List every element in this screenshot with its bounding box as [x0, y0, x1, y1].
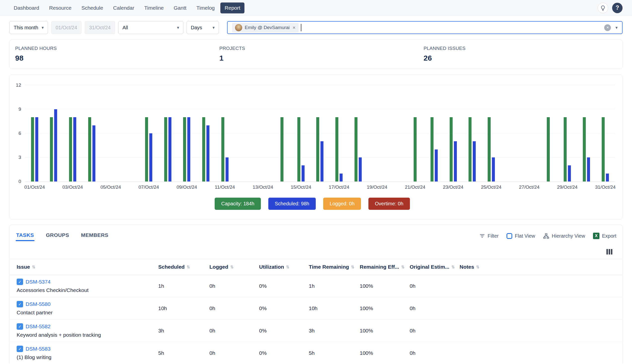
bar-capacity [547, 117, 550, 182]
cell-logged: 0h [209, 350, 259, 356]
bar-group [297, 85, 305, 182]
sort-icon[interactable]: ⇅ [401, 265, 404, 270]
task-type-icon: ✓ [17, 278, 23, 285]
chart-day-slot [577, 85, 596, 182]
flat-view-icon [506, 233, 512, 239]
tab-groups[interactable]: GROUPS [46, 231, 70, 240]
hierarchy-view-label: Hierarchy View [552, 233, 585, 239]
cell-time_remaining: 3h [309, 328, 360, 334]
sort-icon[interactable]: ⇅ [351, 265, 354, 270]
nav-tab-schedule[interactable]: Schedule [77, 2, 108, 14]
nav-tab-gantt[interactable]: Gantt [169, 2, 191, 14]
export-button[interactable]: X Export [593, 233, 616, 239]
project-filter-select[interactable]: All ▾ [118, 21, 183, 34]
sort-icon[interactable]: ⇅ [476, 265, 479, 270]
granularity-select[interactable]: Days ▾ [187, 21, 219, 34]
issue-key: ✓DSM-5580 [17, 301, 158, 308]
column-header-original-estim-[interactable]: Original Estim...⇅ [410, 264, 460, 270]
column-header-issue[interactable]: Issue⇅ [17, 264, 158, 270]
legend-scheduled[interactable]: Scheduled: 98h [268, 198, 316, 210]
help-button[interactable]: ? [612, 3, 622, 13]
column-settings-icon[interactable] [606, 249, 612, 254]
legend-overtime[interactable]: Overtime: 0h [368, 198, 410, 210]
bar-scheduled [149, 133, 152, 182]
bar-capacity [488, 117, 491, 182]
chart-day-slot: 09/Oct/24 [177, 85, 197, 182]
issue-key-link[interactable]: DSM-5583 [26, 346, 51, 352]
bar-group [450, 85, 457, 182]
chart-day-slot [82, 85, 101, 182]
column-header-time-remaining[interactable]: Time Remaining⇅ [309, 264, 360, 270]
filter-button[interactable]: Filter [479, 233, 499, 239]
nav-tab-timelog[interactable]: Timelog [192, 2, 219, 14]
bar-group [583, 85, 590, 182]
chart-day-slot [463, 85, 482, 182]
bar-capacity [31, 117, 34, 182]
text-cursor [301, 24, 301, 31]
chart-day-slot: 19/Oct/24 [367, 85, 387, 182]
legend-capacity[interactable]: Capacity: 184h [215, 198, 261, 210]
nav-tab-timeline[interactable]: Timeline [140, 2, 168, 14]
cell-scheduled: 1h [158, 283, 209, 289]
bar-capacity [202, 117, 205, 182]
cell-remaining_effort: 100% [360, 306, 410, 311]
issue-key: ✓DSM-5583 [17, 346, 158, 352]
sort-icon[interactable]: ⇅ [451, 265, 455, 270]
period-select[interactable]: This month ▾ [10, 21, 48, 34]
issue-summary: (1) Blog writing [17, 354, 158, 360]
task-type-icon: ✓ [17, 323, 23, 330]
member-filter-input[interactable]: Emily @ DevSamurai × × ▾ [227, 21, 622, 34]
flat-view-button[interactable]: Flat View [506, 233, 535, 239]
chart-day-slot [387, 85, 406, 182]
column-label: Issue [17, 264, 30, 270]
issue-key-link[interactable]: DSM-5580 [26, 301, 51, 307]
top-navigation: DashboardResourceScheduleCalendarTimelin… [0, 0, 632, 16]
issue-key-link[interactable]: DSM-5582 [26, 324, 51, 330]
nav-tab-calendar[interactable]: Calendar [109, 2, 138, 14]
sort-icon[interactable]: ⇅ [286, 265, 289, 270]
tab-members[interactable]: MEMBERS [81, 231, 109, 240]
nav-tab-resource[interactable]: Resource [45, 2, 76, 14]
chart-day-slot [120, 85, 139, 182]
chart-day-slot: 05/Oct/24 [101, 85, 120, 182]
column-header-logged[interactable]: Logged⇅ [209, 264, 259, 270]
table-row: ✓DSM-5580Contact partner10h0h0%10h100%0h [10, 297, 622, 320]
y-tick-label: 9 [19, 106, 21, 112]
columns-row [10, 240, 622, 259]
chevron-down-icon[interactable]: ▾ [615, 25, 617, 30]
member-chip[interactable]: Emily @ DevSamurai × [232, 23, 299, 32]
hint-button[interactable] [598, 3, 608, 13]
chart-day-slot: 27/Oct/24 [520, 85, 539, 182]
table-row: ✓DSM-5374Accessories Checkin/Checkout1h0… [10, 275, 622, 297]
stat-planned-issues: PLANNED ISSUES26 [418, 46, 622, 62]
sort-icon[interactable]: ⇅ [187, 265, 190, 270]
issue-key: ✓DSM-5582 [17, 323, 158, 330]
stat-value: 26 [424, 54, 622, 62]
bar-capacity [88, 117, 91, 182]
legend-logged[interactable]: Logged: 0h [323, 198, 361, 210]
sort-icon[interactable]: ⇅ [230, 265, 234, 270]
table-row: ✓DSM-5583(1) Blog writing5h0h0%5h100%0h [10, 342, 622, 364]
bar-group [145, 85, 152, 182]
column-header-scheduled[interactable]: Scheduled⇅ [158, 264, 209, 270]
bar-capacity [69, 117, 72, 182]
tab-tasks[interactable]: TASKS [16, 231, 35, 240]
task-type-icon: ✓ [17, 301, 23, 308]
cell-time_remaining: 10h [309, 306, 360, 311]
clear-icon[interactable]: × [604, 24, 611, 31]
x-tick-label: 01/Oct/24 [24, 184, 45, 190]
nav-tab-dashboard[interactable]: Dashboard [10, 2, 44, 14]
column-header-utilization[interactable]: Utilization⇅ [259, 264, 309, 270]
chip-remove-icon[interactable]: × [293, 25, 296, 30]
nav-tab-report[interactable]: Report [220, 2, 244, 14]
chart-day-slot [44, 85, 63, 182]
bar-scheduled [320, 141, 323, 182]
column-header-remaining-eff-[interactable]: Remaining Eff...⇅ [360, 264, 410, 270]
table-tabs: TASKSGROUPSMEMBERS [16, 231, 109, 240]
issue-key-link[interactable]: DSM-5374 [26, 279, 51, 285]
cell-logged: 0h [209, 283, 259, 289]
sort-icon[interactable]: ⇅ [32, 265, 35, 270]
hierarchy-view-button[interactable]: Hierarchy View [543, 233, 585, 239]
column-header-notes[interactable]: Notes⇅ [460, 264, 622, 270]
hierarchy-icon [543, 233, 549, 239]
